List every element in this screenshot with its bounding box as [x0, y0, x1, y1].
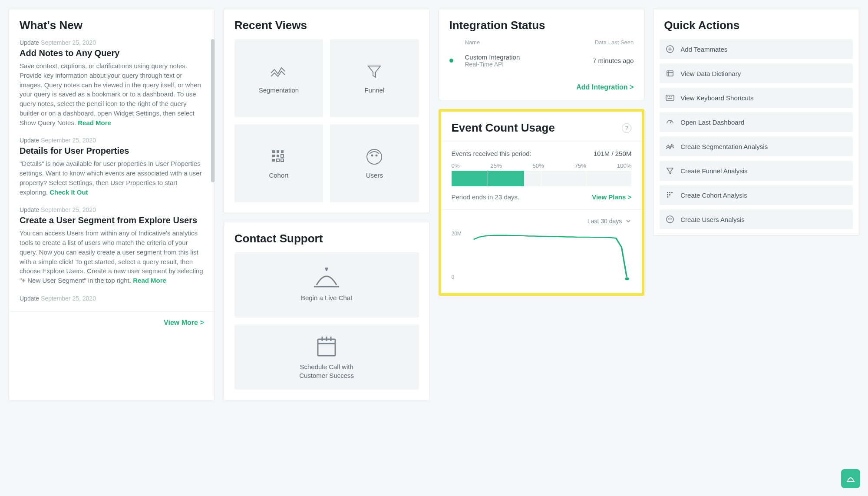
update-body: "Details" is now available for user prop…	[20, 159, 204, 197]
chevron-down-icon	[625, 218, 631, 224]
whats-new-item: Update September 25, 2020 Create a User …	[20, 206, 204, 285]
keyboard-icon	[666, 93, 674, 102]
add-integration-link[interactable]: Add Integration >	[576, 83, 634, 91]
qa-add-teammates[interactable]: Add Teammates	[660, 39, 853, 59]
svg-rect-24	[667, 71, 673, 76]
qa-open-last-dashboard[interactable]: Open Last Dashboard	[660, 112, 853, 132]
read-more-link[interactable]: Read More	[133, 277, 166, 284]
svg-point-41	[671, 218, 672, 219]
status-dot-icon	[449, 59, 453, 63]
svg-rect-1	[277, 150, 279, 153]
qa-label: View Data Dictionary	[680, 70, 741, 77]
integration-name: Custom Integration	[465, 53, 593, 61]
qa-view-data-dictionary[interactable]: View Data Dictionary	[660, 63, 853, 83]
update-tag: Update	[20, 206, 39, 213]
range-label: Last 30 days	[587, 218, 622, 225]
update-tag: Update	[20, 39, 39, 46]
qa-create-cohort[interactable]: Create Cohort Analysis	[660, 185, 853, 205]
funnel-icon	[666, 166, 674, 175]
svg-rect-5	[281, 155, 284, 157]
recent-view-segmentation[interactable]: Segmentation	[234, 39, 323, 117]
qa-view-keyboard-shortcuts[interactable]: View Keyboard Shortcuts	[660, 88, 853, 108]
tile-label: Funnel	[364, 86, 384, 94]
update-tag: Update	[20, 137, 39, 144]
svg-line-32	[670, 121, 671, 123]
tile-label: Begin a Live Chat	[301, 294, 352, 302]
svg-rect-38	[667, 196, 668, 198]
events-value: 101M / 250M	[594, 150, 632, 157]
users-icon	[666, 215, 674, 224]
qa-label: Create Segmentation Analysis	[680, 143, 768, 150]
svg-point-39	[667, 216, 673, 223]
whats-new-item: Update September 25, 2020 Details for Us…	[20, 137, 204, 197]
svg-point-10	[372, 155, 373, 156]
update-date: September 25, 2020	[41, 206, 96, 213]
recent-view-cohort[interactable]: Cohort	[234, 124, 323, 202]
qa-label: Create Funnel Analysis	[680, 167, 747, 175]
svg-rect-35	[671, 192, 673, 193]
quick-actions-title: Quick Actions	[653, 9, 859, 39]
svg-rect-8	[281, 159, 284, 162]
qa-create-funnel[interactable]: Create Funnel Analysis	[660, 161, 853, 181]
integration-status-title: Integration Status	[439, 9, 644, 39]
svg-rect-36	[667, 194, 668, 195]
usage-chart: 20M 0	[452, 228, 632, 284]
qa-create-segmentation[interactable]: Create Segmentation Analysis	[660, 136, 853, 156]
svg-point-28	[668, 97, 668, 97]
contact-support-card: Contact Support Begin a Live Chat	[224, 222, 430, 400]
svg-rect-2	[281, 150, 284, 153]
svg-rect-27	[666, 95, 674, 100]
svg-rect-33	[667, 192, 668, 193]
bell-icon	[311, 268, 342, 289]
help-icon[interactable]: ?	[622, 123, 631, 133]
read-more-link[interactable]: Read More	[78, 119, 111, 126]
col-name-header: Name	[465, 39, 595, 46]
svg-point-20	[624, 277, 629, 281]
recent-view-funnel[interactable]: Funnel	[330, 39, 419, 117]
qa-label: Create Cohort Analysis	[680, 192, 747, 199]
recent-view-users[interactable]: Users	[330, 124, 419, 202]
schedule-call-tile[interactable]: Schedule Call with Customer Success	[234, 324, 419, 390]
period-text: Period ends in 23 days.	[452, 193, 520, 201]
usage-bar	[452, 171, 632, 186]
qa-create-users[interactable]: Create Users Analysis	[660, 209, 853, 229]
qa-label: Open Last Dashboard	[680, 119, 744, 126]
svg-rect-37	[669, 194, 670, 195]
update-body: You can access Users from within any of …	[20, 228, 204, 285]
segmentation-icon	[666, 142, 674, 151]
y-tick-label: 20M	[452, 231, 462, 237]
live-chat-tile[interactable]: Begin a Live Chat	[234, 252, 419, 317]
event-count-usage-card: Event Count Usage ? Events received this…	[439, 109, 645, 296]
svg-rect-15	[318, 339, 335, 356]
tile-label: Segmentation	[259, 86, 299, 94]
svg-rect-0	[272, 150, 275, 153]
col-data-header: Data Last Seen	[595, 39, 634, 46]
integration-status-card: Integration Status Name Data Last Seen C…	[439, 9, 645, 100]
svg-rect-7	[277, 159, 279, 162]
funnel-icon	[366, 63, 383, 80]
svg-point-30	[671, 97, 672, 97]
integration-row[interactable]: Custom Integration Real-Time API 7 minut…	[439, 49, 644, 72]
users-icon	[366, 148, 383, 165]
whats-new-item: Update September 25, 2020 Add Notes to A…	[20, 39, 204, 127]
table-header: Name Data Last Seen	[439, 39, 644, 49]
quick-actions-card: Quick Actions Add Teammates View Data Di…	[653, 9, 859, 236]
qa-label: Create Users Analysis	[680, 216, 745, 223]
date-range-selector[interactable]: Last 30 days	[452, 218, 632, 225]
whats-new-list[interactable]: Update September 25, 2020 Add Notes to A…	[9, 39, 215, 311]
update-date: September 25, 2020	[41, 137, 96, 144]
dictionary-icon	[666, 69, 674, 78]
scrollbar-thumb[interactable]	[211, 39, 215, 182]
events-label: Events received this period:	[452, 150, 531, 157]
update-body: Save context, captions, or clarification…	[20, 61, 204, 127]
view-more-link[interactable]: View More >	[164, 319, 204, 326]
view-plans-link[interactable]: View Plans >	[592, 193, 631, 201]
usage-ticks: 0% 25% 50% 75% 100%	[452, 162, 632, 169]
contact-support-title: Contact Support	[224, 222, 429, 252]
tile-label: Schedule Call with Customer Success	[299, 363, 354, 380]
tile-label: Users	[366, 172, 383, 179]
usage-fill	[452, 171, 525, 186]
dashboard-icon	[666, 118, 674, 126]
check-it-out-link[interactable]: Check It Out	[50, 188, 88, 196]
svg-point-40	[669, 218, 670, 219]
